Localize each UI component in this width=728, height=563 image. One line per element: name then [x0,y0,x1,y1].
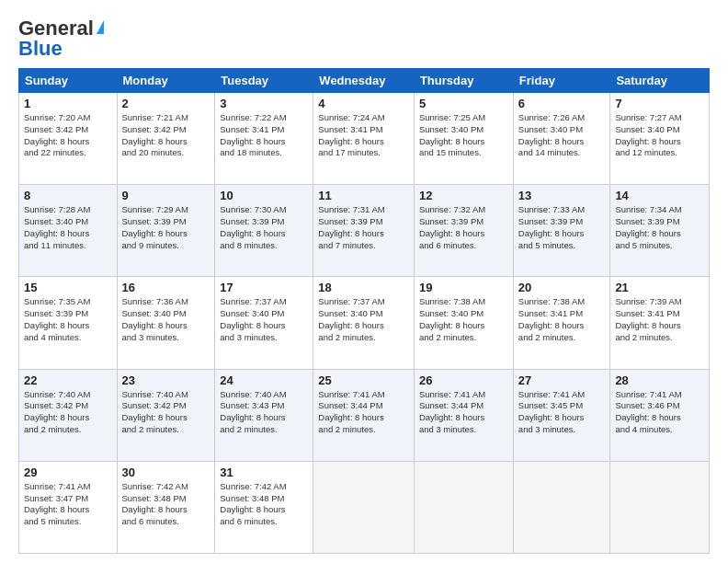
calendar-cell [513,461,610,553]
calendar-cell: 1Sunrise: 7:20 AMSunset: 3:42 PMDaylight… [19,93,118,185]
cell-info: Sunrise: 7:42 AMSunset: 3:48 PMDaylight:… [220,481,308,528]
day-number: 25 [318,373,409,387]
day-number: 8 [24,189,112,202]
day-number: 20 [518,281,606,294]
cell-info: Sunrise: 7:37 AMSunset: 3:40 PMDaylight:… [220,296,308,343]
calendar-cell: 8Sunrise: 7:28 AMSunset: 3:40 PMDaylight… [19,185,118,277]
calendar-cell: 3Sunrise: 7:22 AMSunset: 3:41 PMDaylight… [215,93,313,185]
calendar-cell: 12Sunrise: 7:32 AMSunset: 3:39 PMDayligh… [414,185,513,277]
cell-info: Sunrise: 7:41 AMSunset: 3:45 PMDaylight:… [518,389,606,436]
calendar-cell: 9Sunrise: 7:29 AMSunset: 3:39 PMDaylight… [117,185,215,277]
cell-info: Sunrise: 7:40 AMSunset: 3:42 PMDaylight:… [24,389,112,436]
cell-info: Sunrise: 7:25 AMSunset: 3:40 PMDaylight:… [419,112,508,159]
cell-info: Sunrise: 7:37 AMSunset: 3:40 PMDaylight:… [318,296,409,343]
calendar-cell: 11Sunrise: 7:31 AMSunset: 3:39 PMDayligh… [313,185,415,277]
cell-info: Sunrise: 7:20 AMSunset: 3:42 PMDaylight:… [24,112,112,159]
calendar-cell: 18Sunrise: 7:37 AMSunset: 3:40 PMDayligh… [313,277,415,369]
calendar-cell: 7Sunrise: 7:27 AMSunset: 3:40 PMDaylight… [610,93,710,185]
cell-info: Sunrise: 7:38 AMSunset: 3:40 PMDaylight:… [419,296,508,343]
logo-triangle-icon [97,20,104,34]
calendar-cell: 5Sunrise: 7:25 AMSunset: 3:40 PMDaylight… [414,93,513,185]
calendar-cell: 27Sunrise: 7:41 AMSunset: 3:45 PMDayligh… [513,369,610,461]
day-number: 9 [122,189,210,202]
cell-info: Sunrise: 7:41 AMSunset: 3:47 PMDaylight:… [24,481,112,528]
day-number: 27 [518,373,606,387]
weekday-header-thursday: Thursday [414,69,513,93]
day-number: 3 [220,97,308,110]
calendar-week-row: 8Sunrise: 7:28 AMSunset: 3:40 PMDaylight… [19,185,710,277]
calendar-cell: 6Sunrise: 7:26 AMSunset: 3:40 PMDaylight… [513,93,610,185]
calendar-cell: 13Sunrise: 7:33 AMSunset: 3:39 PMDayligh… [513,185,610,277]
day-number: 16 [122,281,210,294]
weekday-header-friday: Friday [513,69,610,93]
cell-info: Sunrise: 7:22 AMSunset: 3:41 PMDaylight:… [220,112,308,159]
calendar-cell: 23Sunrise: 7:40 AMSunset: 3:42 PMDayligh… [117,369,215,461]
cell-info: Sunrise: 7:31 AMSunset: 3:39 PMDaylight:… [318,204,409,251]
logo: General Blue [18,17,104,61]
cell-info: Sunrise: 7:34 AMSunset: 3:39 PMDaylight:… [615,204,704,251]
calendar-cell [610,461,710,553]
cell-info: Sunrise: 7:26 AMSunset: 3:40 PMDaylight:… [518,112,606,159]
weekday-header-sunday: Sunday [19,69,118,93]
day-number: 5 [419,97,508,110]
day-number: 19 [419,281,508,294]
cell-info: Sunrise: 7:42 AMSunset: 3:48 PMDaylight:… [122,481,210,528]
cell-info: Sunrise: 7:41 AMSunset: 3:46 PMDaylight:… [615,389,704,436]
page: General Blue SundayMondayTuesdayWednesda… [0,0,728,563]
cell-info: Sunrise: 7:35 AMSunset: 3:39 PMDaylight:… [24,296,112,343]
calendar-cell: 16Sunrise: 7:36 AMSunset: 3:40 PMDayligh… [117,277,215,369]
day-number: 10 [220,189,308,202]
day-number: 23 [122,373,210,387]
weekday-header-row: SundayMondayTuesdayWednesdayThursdayFrid… [19,69,710,93]
weekday-header-monday: Monday [117,69,215,93]
day-number: 12 [419,189,508,202]
calendar-cell: 29Sunrise: 7:41 AMSunset: 3:47 PMDayligh… [19,461,118,553]
cell-info: Sunrise: 7:30 AMSunset: 3:39 PMDaylight:… [220,204,308,251]
calendar-week-row: 15Sunrise: 7:35 AMSunset: 3:39 PMDayligh… [19,277,710,369]
calendar-cell: 14Sunrise: 7:34 AMSunset: 3:39 PMDayligh… [610,185,710,277]
calendar-cell [414,461,513,553]
day-number: 31 [220,465,308,479]
calendar-cell: 4Sunrise: 7:24 AMSunset: 3:41 PMDaylight… [313,93,415,185]
day-number: 11 [318,189,409,202]
day-number: 6 [518,97,606,110]
day-number: 15 [24,281,112,294]
weekday-header-wednesday: Wednesday [313,69,415,93]
day-number: 1 [24,97,112,110]
cell-info: Sunrise: 7:36 AMSunset: 3:40 PMDaylight:… [122,296,210,343]
day-number: 28 [615,373,704,387]
calendar-cell: 19Sunrise: 7:38 AMSunset: 3:40 PMDayligh… [414,277,513,369]
calendar-cell [313,461,415,553]
cell-info: Sunrise: 7:41 AMSunset: 3:44 PMDaylight:… [318,389,409,436]
calendar-cell: 17Sunrise: 7:37 AMSunset: 3:40 PMDayligh… [215,277,313,369]
cell-info: Sunrise: 7:38 AMSunset: 3:41 PMDaylight:… [518,296,606,343]
cell-info: Sunrise: 7:40 AMSunset: 3:42 PMDaylight:… [122,389,210,436]
calendar-cell: 22Sunrise: 7:40 AMSunset: 3:42 PMDayligh… [19,369,118,461]
calendar-cell: 10Sunrise: 7:30 AMSunset: 3:39 PMDayligh… [215,185,313,277]
calendar-table: SundayMondayTuesdayWednesdayThursdayFrid… [18,68,710,554]
cell-info: Sunrise: 7:40 AMSunset: 3:43 PMDaylight:… [220,389,308,436]
day-number: 4 [318,97,409,110]
day-number: 13 [518,189,606,202]
calendar-cell: 2Sunrise: 7:21 AMSunset: 3:42 PMDaylight… [117,93,215,185]
day-number: 14 [615,189,704,202]
calendar-cell: 31Sunrise: 7:42 AMSunset: 3:48 PMDayligh… [215,461,313,553]
day-number: 24 [220,373,308,387]
weekday-header-tuesday: Tuesday [215,69,313,93]
cell-info: Sunrise: 7:29 AMSunset: 3:39 PMDaylight:… [122,204,210,251]
cell-info: Sunrise: 7:32 AMSunset: 3:39 PMDaylight:… [419,204,508,251]
calendar-week-row: 22Sunrise: 7:40 AMSunset: 3:42 PMDayligh… [19,369,710,461]
cell-info: Sunrise: 7:28 AMSunset: 3:40 PMDaylight:… [24,204,112,251]
day-number: 30 [122,465,210,479]
calendar-cell: 15Sunrise: 7:35 AMSunset: 3:39 PMDayligh… [19,277,118,369]
cell-info: Sunrise: 7:33 AMSunset: 3:39 PMDaylight:… [518,204,606,251]
header: General Blue [18,17,710,61]
cell-info: Sunrise: 7:39 AMSunset: 3:41 PMDaylight:… [615,296,704,343]
day-number: 7 [615,97,704,110]
calendar-cell: 26Sunrise: 7:41 AMSunset: 3:44 PMDayligh… [414,369,513,461]
cell-info: Sunrise: 7:27 AMSunset: 3:40 PMDaylight:… [615,112,704,159]
cell-info: Sunrise: 7:41 AMSunset: 3:44 PMDaylight:… [419,389,508,436]
day-number: 18 [318,281,409,294]
calendar-cell: 28Sunrise: 7:41 AMSunset: 3:46 PMDayligh… [610,369,710,461]
day-number: 29 [24,465,112,479]
